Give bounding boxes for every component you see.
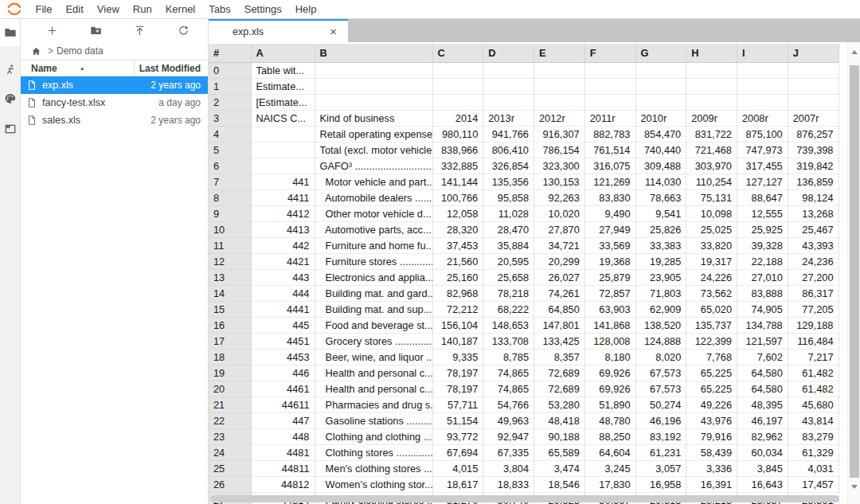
cell[interactable]: 86,317 [788,285,838,301]
cell[interactable]: 882,783 [584,126,635,142]
cell[interactable]: 2009r [686,110,737,126]
cell[interactable]: 3,474 [534,460,585,476]
cell[interactable]: 68,222 [483,301,534,317]
cell[interactable]: 79,916 [686,428,737,444]
cell[interactable]: 135,737 [686,317,737,333]
row-header-5[interactable]: 5 [209,142,251,158]
cell[interactable]: 831,722 [686,126,737,142]
cell[interactable]: 24,236 [788,253,838,269]
cell[interactable]: 4453 [251,349,315,365]
cell[interactable]: 4412 [251,205,315,221]
cell[interactable]: 25,160 [432,269,483,285]
cell[interactable]: 65,225 [686,365,737,381]
command-palette-tab[interactable] [0,85,20,112]
row-header-26[interactable]: 26 [209,476,251,492]
horizontal-scrollbar-thumb[interactable] [210,495,839,502]
menu-item-tabs[interactable]: Tabs [202,0,237,18]
cell[interactable] [737,94,788,110]
cell[interactable]: 4461 [251,381,315,397]
row-header-23[interactable]: 23 [209,428,251,444]
row-header-20[interactable]: 20 [209,381,251,397]
cell[interactable]: 25,826 [635,221,686,237]
cell[interactable]: 83,830 [584,189,635,205]
column-header-B[interactable]: B [315,44,432,62]
cell[interactable]: 88,250 [584,428,635,444]
cell[interactable]: 23,905 [635,269,686,285]
cell[interactable]: 12,555 [737,205,788,221]
cell[interactable]: 27,949 [584,221,635,237]
menu-item-view[interactable]: View [90,0,126,18]
cell[interactable]: 156,104 [432,317,483,333]
cell[interactable] [432,94,483,110]
row-header-7[interactable]: 7 [209,174,251,189]
menu-item-settings[interactable]: Settings [237,0,288,18]
scroll-up-icon[interactable] [851,50,858,54]
cell[interactable]: 980,110 [432,126,483,142]
cell[interactable]: 141,868 [584,317,635,333]
cell[interactable]: Retail operating expense... [315,126,432,142]
row-header-17[interactable]: 17 [209,333,251,349]
file-row-sales.xls[interactable]: sales.xls2 years ago [21,111,208,129]
cell[interactable]: 854,470 [635,126,686,142]
cell[interactable]: 74,905 [737,301,788,317]
cell[interactable]: 128,008 [584,333,635,349]
row-header-18[interactable]: 18 [209,349,251,365]
column-header-G[interactable]: G [635,44,686,62]
file-browser-tab[interactable] [0,19,20,46]
cell[interactable]: 8,785 [483,349,534,365]
cell[interactable]: 48,395 [737,397,788,412]
cell[interactable]: 116,484 [788,333,838,349]
row-header-0[interactable]: 0 [209,62,251,78]
cell[interactable] [483,78,534,94]
cell[interactable]: 941,766 [483,126,534,142]
row-header-3[interactable]: 3 [209,110,251,126]
cell[interactable] [584,62,635,78]
row-header-19[interactable]: 19 [209,365,251,381]
row-header-14[interactable]: 14 [209,285,251,301]
cell[interactable] [788,78,838,94]
cell[interactable]: 114,030 [635,174,686,189]
cell[interactable] [483,94,534,110]
cell[interactable] [686,62,737,78]
cell[interactable]: 18,546 [534,476,585,492]
cell[interactable]: Clothing and clothing ... [315,428,432,444]
cell[interactable]: 35,884 [483,237,534,253]
cell[interactable]: 45,680 [788,397,838,412]
cell[interactable]: 9,490 [584,205,635,221]
running-sessions-tab[interactable] [0,57,20,84]
cell[interactable] [432,62,483,78]
cell[interactable]: 63,903 [584,301,635,317]
column-header-C[interactable]: C [432,44,483,62]
cell[interactable]: 18,617 [432,476,483,492]
cell[interactable]: GAFO³ .............................. [315,158,432,174]
cell[interactable]: 73,562 [686,285,737,301]
column-header-E[interactable]: E [534,44,585,62]
column-header-last-modified[interactable]: Last Modified [135,63,208,74]
cell[interactable]: 74,865 [483,381,534,397]
cell[interactable] [635,62,686,78]
cell[interactable]: Furniture stores ............ [315,253,432,269]
cell[interactable]: 49,226 [686,397,737,412]
cell[interactable]: 2011r [584,110,635,126]
row-header-15[interactable]: 15 [209,301,251,317]
cell[interactable]: 64,604 [584,444,635,460]
cell[interactable]: 16,643 [737,476,788,492]
cell[interactable]: 48,780 [584,412,635,428]
cell[interactable]: 82,962 [737,428,788,444]
row-header-8[interactable]: 8 [209,189,251,205]
cell[interactable]: 332,885 [432,158,483,174]
cell[interactable]: 121,269 [584,174,635,189]
column-header-name[interactable]: Name ▲ [21,61,135,76]
cell[interactable]: 445 [251,317,315,333]
cell[interactable]: 67,335 [483,444,534,460]
row-header-2[interactable]: 2 [209,94,251,110]
cell[interactable]: 323,300 [534,158,585,174]
cell[interactable]: 44811 [251,460,315,476]
cell[interactable]: 64,580 [737,365,788,381]
cell[interactable]: 141,144 [432,174,483,189]
cell[interactable]: 7,602 [737,349,788,365]
cell[interactable]: 28,470 [483,221,534,237]
scroll-down-icon[interactable] [851,485,858,489]
cell[interactable]: 16,958 [635,476,686,492]
cell[interactable]: 134,788 [737,317,788,333]
